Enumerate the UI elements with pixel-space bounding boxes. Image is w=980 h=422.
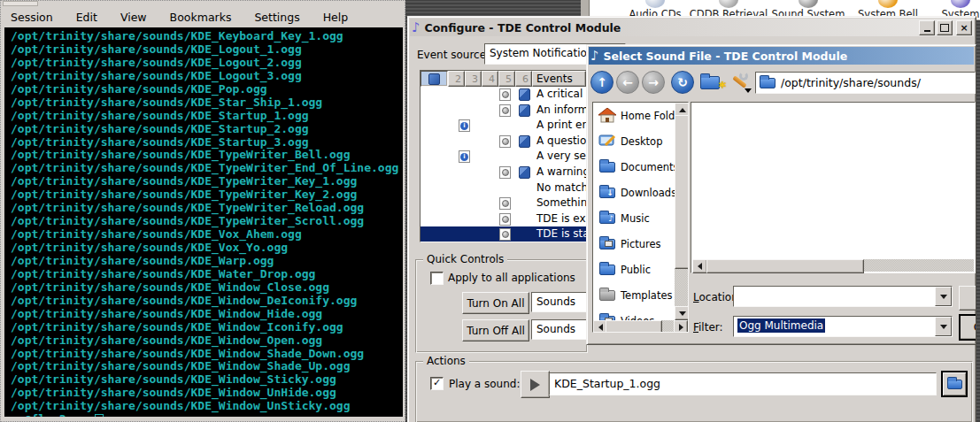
event-row[interactable]: TDE is star (421, 226, 586, 242)
scroll-left-button[interactable] (692, 259, 707, 273)
play-sound-checkbox[interactable]: ✓ (430, 377, 444, 390)
new-folder-button[interactable]: * (700, 73, 723, 92)
configure-titlebar[interactable]: ♪ Configure - TDE Control Module × (410, 19, 974, 36)
event-row[interactable]: An informa (421, 103, 586, 119)
cancel-button[interactable]: Cancel (959, 314, 976, 341)
sidebar-item-downloads[interactable]: ↓Downloads (593, 180, 688, 205)
location-input[interactable] (734, 287, 935, 306)
event-row[interactable]: Something (421, 196, 586, 211)
music-note-icon: ♪ (412, 21, 421, 34)
column-2-header[interactable]: 2 (448, 71, 465, 87)
arrow-left-icon (598, 324, 603, 331)
forward-button[interactable]: → (642, 71, 665, 94)
menu-item-bookmarks[interactable]: Bookmarks (163, 9, 239, 26)
sound-file-icon (499, 166, 511, 179)
application-icon (519, 88, 530, 101)
sidebar-horizontal-scrollbar[interactable] (593, 320, 688, 332)
event-row[interactable]: iA very ser (421, 149, 586, 165)
menu-item-edit[interactable]: Edit (69, 9, 104, 26)
terminal-line: /opt/trinity/share/sounds/KDE_Window_Sha… (11, 348, 403, 361)
sidebar-item-pictures[interactable]: Pictures (593, 231, 688, 257)
close-button[interactable]: × (956, 20, 972, 35)
column-4-header[interactable]: 4 (482, 71, 498, 87)
menu-item-settings[interactable]: Settings (247, 9, 306, 26)
up-button[interactable]: ↑ (590, 71, 613, 94)
scrollbar-thumb[interactable] (606, 320, 662, 333)
column-sound-header[interactable] (421, 71, 448, 87)
location-dropdown-button[interactable] (935, 287, 952, 306)
files-horizontal-scrollbar[interactable] (692, 259, 974, 272)
event-row[interactable]: iA print err (421, 118, 586, 134)
scrollbar-thumb[interactable] (675, 115, 689, 269)
application-icon (519, 166, 530, 179)
menu-item-help[interactable]: Help (316, 9, 356, 26)
up-icon: ↑ (597, 75, 607, 89)
filter-combobox[interactable]: Ogg Multimedia (733, 316, 953, 337)
reload-button[interactable]: ↻ (671, 71, 694, 94)
sidebar-item-desktop[interactable]: Desktop (593, 128, 688, 154)
column-6-header[interactable]: 6 (515, 71, 532, 87)
column-3-header[interactable]: 3 (465, 71, 482, 87)
minimize-button[interactable] (919, 20, 935, 35)
sidebar-item-public[interactable]: Public (593, 257, 688, 282)
event-row[interactable]: No matchin (421, 180, 586, 196)
ok-button[interactable]: OK (959, 286, 976, 311)
back-button[interactable]: ← (616, 71, 639, 94)
configure-toolbar-button[interactable] (729, 72, 750, 93)
terminal-line: /opt/trinity/share/sounds/KDE_Window_Sha… (11, 360, 403, 373)
actions-group: Actions ✓ Play a sound: KDE_Startup_1.og… (415, 361, 973, 422)
scroll-right-button[interactable] (674, 320, 688, 333)
sidebar-item-templates[interactable]: Templates (593, 282, 688, 308)
scroll-down-button[interactable] (675, 306, 689, 320)
close-icon: × (960, 22, 968, 34)
sound-file-icon (499, 104, 511, 117)
sidebar-vertical-scrollbar[interactable] (675, 103, 688, 320)
terminal-line: /opt/trinity/share/sounds/KDE_Window_Sti… (11, 373, 403, 387)
terminal-line: /opt/trinity/share/sounds/KDE_Vox_Ahem.o… (11, 228, 403, 242)
path-combobox[interactable]: /opt/trinity/share/sounds/ (755, 72, 976, 94)
folder-pic-icon (598, 239, 617, 249)
configure-window-title: Configure - TDE Control Module (425, 21, 621, 35)
module-icon (799, 0, 818, 8)
events-table: 2 3 4 5 6 Events A critical mAn informai… (420, 70, 587, 242)
terminal-line: /opt/trinity/share/sounds/KDE_Window_DeI… (11, 295, 403, 308)
sidebar-item-documents[interactable]: Documents (593, 154, 688, 180)
menu-item-view[interactable]: View (113, 9, 154, 26)
event-row[interactable]: TDE is exit (421, 211, 586, 227)
popup-message-icon: i (459, 150, 470, 163)
filter-dropdown-button[interactable] (935, 317, 952, 336)
folder-icon (760, 78, 776, 88)
terminal-line: /opt/trinity/share/sounds/KDE_Window_Clo… (11, 281, 403, 295)
events-table-header: 2 3 4 5 6 Events (421, 71, 586, 87)
location-combobox[interactable] (733, 286, 953, 307)
folder-icon (598, 265, 617, 275)
column-5-header[interactable]: 5 (498, 71, 515, 87)
maximize-button[interactable] (937, 20, 953, 35)
module-icon (645, 0, 665, 8)
terminal-line: /opt/trinity/share/sounds/KDE_TypeWriter… (11, 202, 403, 215)
column-events-header[interactable]: Events (532, 71, 586, 87)
event-row[interactable]: A warning (421, 165, 586, 180)
event-row[interactable]: A question (421, 134, 586, 150)
sidebar-item-music[interactable]: ♪Music (593, 205, 688, 231)
turn-on-all-button[interactable]: Turn On All (462, 292, 529, 314)
apply-all-checkbox[interactable] (430, 272, 444, 285)
select-dialog-title: Select Sound File - TDE Control Module (604, 50, 848, 63)
scrollbar-thumb[interactable] (706, 259, 864, 273)
terminal-screen[interactable]: /opt/trinity/share/sounds/KDE_Keyboard_K… (4, 27, 403, 417)
play-sound-preview-button[interactable] (521, 371, 550, 398)
sound-file-input[interactable]: KDE_Startup_1.ogg (549, 372, 937, 395)
desktop-icon (598, 134, 617, 149)
turn-off-all-button[interactable]: Turn Off All (462, 319, 529, 341)
sidebar-item-label: Music (621, 212, 650, 225)
terminal-line: /opt/trinity/share/sounds/KDE_Window_UnH… (11, 387, 403, 400)
event-row[interactable]: A critical m (421, 87, 586, 103)
sidebar-item-label: Templates (621, 289, 672, 302)
select-dialog-titlebar[interactable]: ♪ Select Sound File - TDE Control Module (589, 47, 974, 65)
sidebar-item-home-folder[interactable]: Home Folder (593, 103, 688, 128)
file-list-view[interactable] (691, 102, 976, 273)
select-sound-file-dialog: ♪ Select Sound File - TDE Control Module… (586, 44, 976, 345)
menu-item-session[interactable]: Session (4, 9, 60, 26)
browse-sound-button[interactable] (941, 371, 968, 397)
terminal-titlebar-fragment[interactable] (3, 1, 38, 6)
